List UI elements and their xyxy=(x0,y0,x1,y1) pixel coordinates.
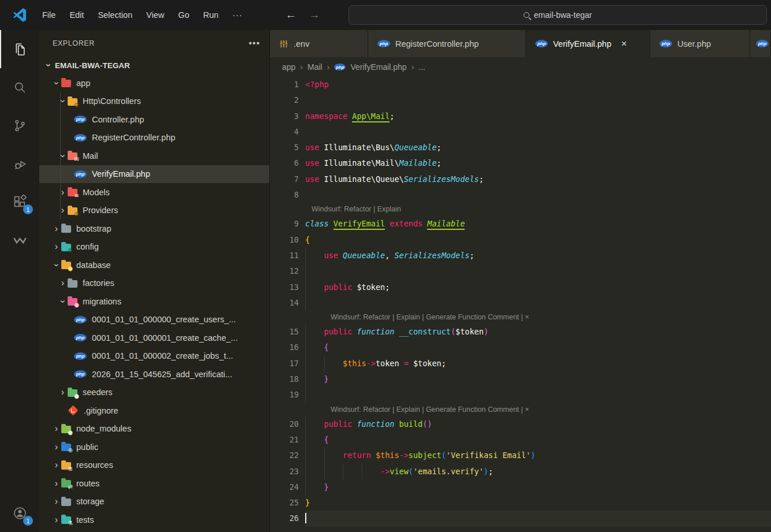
line-content[interactable] xyxy=(305,511,771,526)
tree-item-.gitignore[interactable]: .gitignore xyxy=(39,401,269,420)
menu-item-edit[interactable]: Edit xyxy=(62,6,91,24)
tree-item-factories[interactable]: ›factories xyxy=(39,274,269,293)
menu-item-selection[interactable]: Selection xyxy=(91,6,139,24)
chevron-down-icon[interactable]: › xyxy=(52,260,61,270)
tree-item-registercontroller.php[interactable]: phpRegisterController.php xyxy=(39,129,269,147)
line-content[interactable]: return $this->subject('Verifikasi Email'… xyxy=(305,448,771,463)
code-line-12[interactable]: 12 xyxy=(270,263,771,279)
code-line-3[interactable]: 3namespace App\Mail; xyxy=(270,109,771,124)
chevron-down-icon[interactable]: › xyxy=(58,96,68,106)
breadcrumb-item[interactable]: Mail xyxy=(307,62,323,72)
line-content[interactable]: { xyxy=(305,232,771,248)
forward-arrow-icon[interactable]: → xyxy=(309,9,320,21)
chevron-down-icon[interactable]: › xyxy=(58,151,68,161)
activity-search-button[interactable] xyxy=(0,68,39,106)
line-content[interactable]: } xyxy=(305,495,771,511)
chevron-right-icon[interactable]: › xyxy=(51,515,61,524)
chevron-right-icon[interactable]: › xyxy=(51,424,61,433)
tree-item-migrations[interactable]: ›●migrations xyxy=(39,292,269,311)
line-content[interactable]: } xyxy=(305,479,771,495)
codelens-actions[interactable]: Windsurf: Refactor | Explain | Generate … xyxy=(270,311,771,324)
code-line-15[interactable]: 15public function __construct($token) xyxy=(270,324,771,340)
code-line-2[interactable]: 2 xyxy=(270,92,771,108)
chevron-right-icon[interactable]: › xyxy=(51,224,61,233)
code-line-9[interactable]: 9class VerifyEmail extends Mailable xyxy=(270,216,771,232)
chevron-down-icon[interactable]: › xyxy=(52,78,61,88)
codelens-actions[interactable]: Windsurf: Refactor | Explain xyxy=(270,203,771,216)
code-line-6[interactable]: 6use Illuminate\Mail\Mailable; xyxy=(270,155,771,171)
line-content[interactable] xyxy=(305,187,771,203)
code-line-11[interactable]: 11use Queueable, SerializesModels; xyxy=(270,248,771,263)
code-line-25[interactable]: 25} xyxy=(270,495,771,511)
line-content[interactable] xyxy=(305,92,771,108)
tree-item-seeders[interactable]: ›●seeders xyxy=(39,384,269,402)
line-content[interactable]: $this->token = $token; xyxy=(305,356,771,371)
line-content[interactable] xyxy=(305,387,771,403)
tree-item-0001-01-01-000000-create-users-...[interactable]: php0001_01_01_000000_create_users_... xyxy=(39,311,269,329)
code-line-26[interactable]: 26 xyxy=(270,511,771,526)
line-content[interactable]: } xyxy=(305,371,771,387)
chevron-right-icon[interactable]: › xyxy=(58,188,68,197)
line-content[interactable]: use Illuminate\Queue\SerializesModels; xyxy=(305,172,771,187)
code-line-10[interactable]: 10{ xyxy=(270,232,771,248)
tree-item-2026-01-15-045625-add-verificati...[interactable]: php2026_01_15_045625_add_verificati... xyxy=(39,365,269,384)
chevron-right-icon[interactable]: › xyxy=(58,206,68,215)
tree-item-providers[interactable]: ›⚙Providers xyxy=(39,202,269,220)
tree-item-config[interactable]: ›⚙config xyxy=(39,238,269,256)
line-content[interactable]: ->view('emails.verify'); xyxy=(305,464,771,479)
code-line-21[interactable]: 21{ xyxy=(270,432,771,448)
tree-item-verifyemail.php[interactable]: phpVerifyEmail.php xyxy=(39,165,269,184)
menu-item-go[interactable]: Go xyxy=(171,6,196,24)
code-line-13[interactable]: 13public $token; xyxy=(270,280,771,295)
menu-item-run[interactable]: Run xyxy=(197,6,226,24)
tree-item-routes[interactable]: ›⇄routes xyxy=(39,474,269,493)
activity-source-control-button[interactable] xyxy=(0,106,39,144)
code-line-20[interactable]: 20public function build() xyxy=(270,416,771,432)
code-line-5[interactable]: 5use Illuminate\Bus\Queueable; xyxy=(270,140,771,155)
code-line-7[interactable]: 7use Illuminate\Queue\SerializesModels; xyxy=(270,172,771,187)
tree-item-controller.php[interactable]: phpController.php xyxy=(39,110,269,129)
activity-extensions-button[interactable]: 1 xyxy=(0,183,39,221)
activity-windsurf-button[interactable] xyxy=(0,221,39,259)
chevron-right-icon[interactable]: › xyxy=(51,497,61,506)
line-content[interactable]: public function build() xyxy=(305,416,771,432)
tree-item-models[interactable]: ›≡Models xyxy=(39,183,269,202)
code-line-18[interactable]: 18} xyxy=(270,371,771,387)
activity-run-debug-button[interactable] xyxy=(0,144,39,183)
chevron-down-icon[interactable]: › xyxy=(58,296,68,306)
code-line-8[interactable]: 8 xyxy=(270,187,771,203)
chevron-right-icon[interactable]: › xyxy=(51,242,61,251)
chevron-right-icon[interactable]: › xyxy=(58,278,68,288)
tab-verifyemail.php[interactable]: phpVerifyEmail.php× xyxy=(526,30,650,57)
code-line-4[interactable]: 4 xyxy=(270,124,771,140)
tree-item-mail[interactable]: ›✉Mail xyxy=(39,147,269,165)
menu-item-[interactable]: ··· xyxy=(225,6,250,24)
menu-item-file[interactable]: File xyxy=(35,6,62,24)
tree-item-0001-01-01-000001-create-cache-...[interactable]: php0001_01_01_000001_create_cache_... xyxy=(39,329,269,347)
tree-item-tests[interactable]: ›⚗tests xyxy=(39,511,269,529)
line-content[interactable]: class VerifyEmail extends Mailable xyxy=(305,216,771,232)
explorer-actions-icon[interactable]: ••• xyxy=(249,38,260,49)
code-line-19[interactable]: 19 xyxy=(270,387,771,403)
activity-account-button[interactable]: 1 xyxy=(0,494,39,532)
tree-item-public[interactable]: ›⊕public xyxy=(39,438,269,456)
chevron-right-icon[interactable]: › xyxy=(51,442,61,452)
breadcrumb-item[interactable]: app xyxy=(282,62,295,72)
tree-item-0001-01-01-000002-create-jobs-t...[interactable]: php0001_01_01_000002_create_jobs_t... xyxy=(39,347,269,366)
tree-item-app[interactable]: ›∷app xyxy=(39,74,269,92)
line-content[interactable]: use Illuminate\Mail\Mailable; xyxy=(305,155,771,171)
breadcrumb-item[interactable]: ... xyxy=(418,62,425,72)
code-line-22[interactable]: 22return $this->subject('Verifikasi Emai… xyxy=(270,448,771,463)
line-content[interactable] xyxy=(305,263,771,279)
menu-item-view[interactable]: View xyxy=(139,6,171,24)
code-line-16[interactable]: 16{ xyxy=(270,340,771,355)
line-content[interactable]: { xyxy=(305,340,771,355)
code-line-1[interactable]: 1<?php xyxy=(270,77,771,92)
tree-item-storage[interactable]: ›storage xyxy=(39,493,269,511)
tab-user.php[interactable]: phpUser.php xyxy=(650,30,750,57)
workspace-section-header[interactable]: › EMAIL-BWA-TEGAR xyxy=(39,57,269,74)
tab-overflow[interactable]: php xyxy=(750,30,771,57)
code-line-24[interactable]: 24} xyxy=(270,479,771,495)
chevron-right-icon[interactable]: › xyxy=(51,460,61,470)
line-content[interactable]: namespace App\Mail; xyxy=(305,109,771,124)
